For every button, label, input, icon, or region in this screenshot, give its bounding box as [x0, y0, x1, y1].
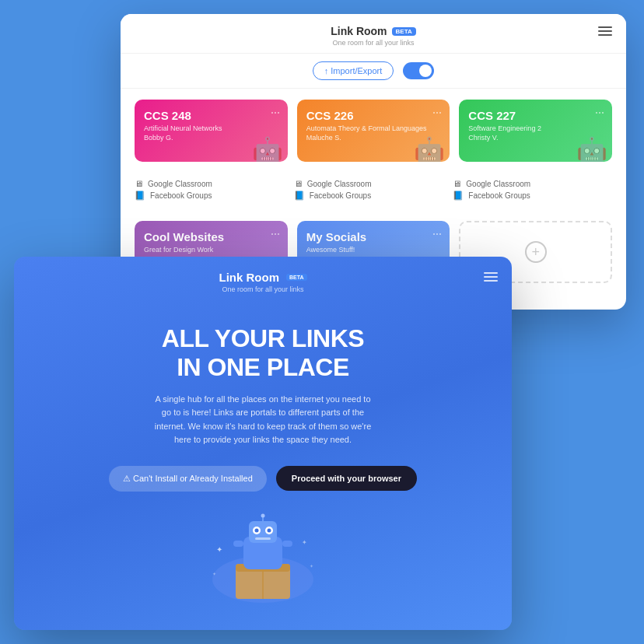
back-app-title: Link Room [331, 25, 387, 37]
link-row[interactable]: 📘 Facebook Groups [294, 191, 453, 201]
classroom-icon-2: 🖥 [294, 179, 303, 188]
classroom-icon-3: 🖥 [453, 179, 461, 188]
hero-headline-line2: IN ONE PLACE [177, 353, 349, 381]
front-header: Link Room BETA One room for all your lin… [14, 257, 512, 301]
toggle-switch[interactable] [403, 62, 434, 79]
facebook-icon: 📘 [135, 191, 145, 201]
link-col-3: 🖥 Google Classroom 📘 Facebook Groups [453, 173, 612, 207]
link-label-fb2: Facebook Groups [310, 191, 372, 200]
svg-rect-13 [233, 541, 243, 547]
hero-buttons: ⚠ Can't Install or Already Installed Pro… [61, 466, 465, 492]
card-dots-ccs227[interactable]: ⋯ [595, 107, 604, 118]
card-title-ccs227: CCS 227 [468, 109, 603, 122]
robot-icon-ccs226: 🤖 [414, 135, 445, 162]
toolbar: ↑ Import/Export [121, 54, 626, 89]
link-col-1: 🖥 Google Classroom 📘 Facebook Groups [135, 173, 294, 207]
facebook-icon-3: 📘 [453, 191, 464, 201]
svg-point-8 [255, 528, 259, 532]
import-export-button[interactable]: ↑ Import/Export [313, 61, 394, 80]
link-label-gc3: Google Classroom [466, 180, 530, 188]
link-label-fb1: Facebook Groups [150, 191, 212, 200]
front-window: Link Room BETA One room for all your lin… [14, 257, 512, 630]
svg-point-12 [261, 513, 265, 517]
card-title-cool: Cool Websites [144, 230, 278, 243]
room-card-ccs227[interactable]: ⋯ CCS 227 Software Engineering 2Christy … [459, 100, 612, 162]
back-window-header: Link Room BETA One room for all your lin… [121, 14, 626, 54]
front-app-title-area: Link Room BETA [219, 271, 306, 284]
link-row[interactable]: 📘 Facebook Groups [135, 191, 294, 201]
link-row[interactable]: 🖥 Google Classroom [294, 179, 453, 188]
links-area: 🖥 Google Classroom 📘 Facebook Groups 🖥 G… [121, 173, 626, 207]
card-sub-socials: Awesome Stuff! [306, 246, 441, 255]
svg-point-9 [268, 528, 271, 532]
facebook-icon-2: 📘 [294, 191, 305, 201]
robot-illustration: ✦ ✦ ✦ ✦ [61, 513, 465, 607]
card-title-socials: My Socials [306, 230, 441, 243]
robot-icon-ccs248: 🤖 [252, 135, 283, 162]
link-row[interactable]: 🖥 Google Classroom [135, 179, 294, 188]
card-dots-ccs226[interactable]: ⋯ [432, 107, 442, 118]
front-menu-icon[interactable] [484, 272, 498, 282]
svg-text:✦: ✦ [302, 539, 307, 546]
card-title-ccs226: CCS 226 [306, 109, 441, 122]
svg-text:✦: ✦ [310, 564, 313, 569]
room-card-ccs226[interactable]: ⋯ CCS 226 Automata Theory & Formal Langu… [297, 100, 450, 162]
front-beta-badge: BETA [286, 274, 307, 281]
link-row[interactable]: 📘 Facebook Groups [453, 191, 612, 201]
svg-text:✦: ✦ [212, 572, 216, 576]
card-dots-cool[interactable]: ⋯ [271, 229, 280, 240]
front-app-subtitle: One room for all your links [222, 285, 303, 293]
classroom-icon: 🖥 [135, 179, 143, 188]
svg-rect-10 [255, 537, 271, 540]
app-title-area: Link Room BETA [331, 25, 416, 37]
hero-headline-line1: ALL YOUR LINKS [162, 324, 364, 352]
robot-svg: ✦ ✦ ✦ ✦ [201, 513, 325, 607]
room-card-ccs248[interactable]: ⋯ CCS 248 Artificial Neural NetworksBobb… [135, 100, 288, 162]
link-label-gc2: Google Classroom [307, 180, 372, 188]
back-menu-icon[interactable] [598, 26, 612, 36]
card-title-ccs248: CCS 248 [144, 109, 278, 122]
link-label-fb3: Facebook Groups [468, 191, 530, 200]
link-row[interactable]: 🖥 Google Classroom [453, 179, 612, 188]
card-sub-cool: Great for Design Work [144, 246, 278, 255]
card-dots-ccs248[interactable]: ⋯ [271, 107, 280, 118]
hero-headline: ALL YOUR LINKS IN ONE PLACE [61, 324, 465, 382]
add-icon[interactable]: + [525, 241, 547, 263]
svg-rect-14 [282, 541, 292, 547]
proceed-button[interactable]: Proceed with your browser [276, 466, 417, 491]
back-app-subtitle: One room for all your links [332, 39, 414, 47]
link-col-2: 🖥 Google Classroom 📘 Facebook Groups [294, 173, 453, 207]
robot-icon-ccs227: 🤖 [576, 135, 607, 162]
link-label-gc1: Google Classroom [148, 180, 212, 188]
hero-description: A single hub for all the places on the i… [154, 393, 372, 447]
back-beta-badge: BETA [392, 27, 416, 36]
rooms-grid: ⋯ CCS 248 Artificial Neural NetworksBobb… [121, 89, 626, 173]
card-dots-socials[interactable]: ⋯ [432, 229, 442, 240]
front-app-title: Link Room [219, 271, 279, 284]
front-hero: ALL YOUR LINKS IN ONE PLACE A single hub… [14, 301, 512, 622]
svg-text:✦: ✦ [216, 545, 222, 554]
cant-install-button[interactable]: ⚠ Can't Install or Already Installed [109, 466, 267, 492]
